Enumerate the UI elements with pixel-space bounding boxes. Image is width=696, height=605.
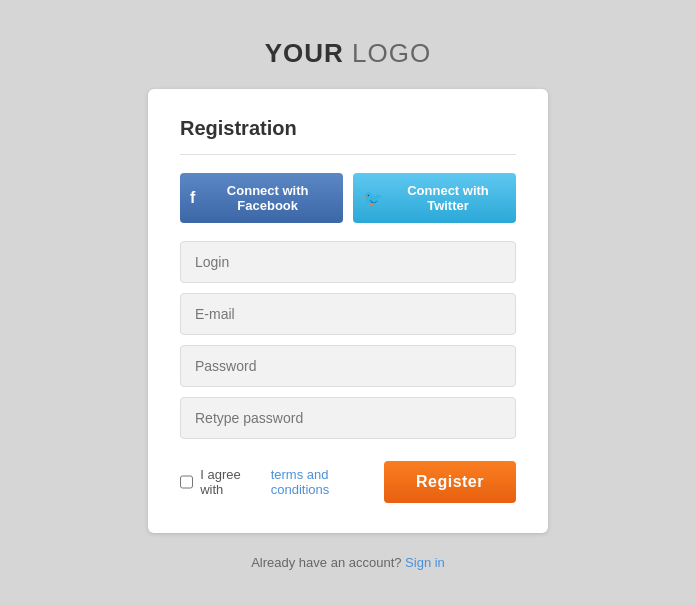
agree-text: I agree with bbox=[200, 467, 263, 497]
twitter-button-label: Connect with Twitter bbox=[390, 183, 506, 213]
agree-label[interactable]: I agree with terms and conditions bbox=[180, 467, 384, 497]
twitter-button[interactable]: 🐦 Connect with Twitter bbox=[353, 173, 516, 223]
card-title: Registration bbox=[180, 117, 516, 140]
logo: YOUR LOGO bbox=[265, 38, 431, 69]
terms-link[interactable]: terms and conditions bbox=[271, 467, 384, 497]
logo-bold: YOUR bbox=[265, 38, 344, 68]
registration-card: Registration f Connect with Facebook 🐦 C… bbox=[148, 89, 548, 533]
footer-text: Already have an account? bbox=[251, 555, 405, 570]
bottom-row: I agree with terms and conditions Regist… bbox=[180, 461, 516, 503]
login-input[interactable] bbox=[180, 241, 516, 283]
facebook-button-label: Connect with Facebook bbox=[202, 183, 333, 213]
facebook-button[interactable]: f Connect with Facebook bbox=[180, 173, 343, 223]
divider bbox=[180, 154, 516, 155]
register-button[interactable]: Register bbox=[384, 461, 516, 503]
agree-checkbox[interactable] bbox=[180, 475, 193, 489]
social-buttons: f Connect with Facebook 🐦 Connect with T… bbox=[180, 173, 516, 223]
password-input[interactable] bbox=[180, 345, 516, 387]
retype-password-input[interactable] bbox=[180, 397, 516, 439]
footer: Already have an account? Sign in bbox=[251, 555, 445, 570]
signin-link[interactable]: Sign in bbox=[405, 555, 445, 570]
facebook-icon: f bbox=[190, 189, 195, 207]
twitter-icon: 🐦 bbox=[363, 189, 383, 208]
logo-normal: LOGO bbox=[344, 38, 431, 68]
email-input[interactable] bbox=[180, 293, 516, 335]
